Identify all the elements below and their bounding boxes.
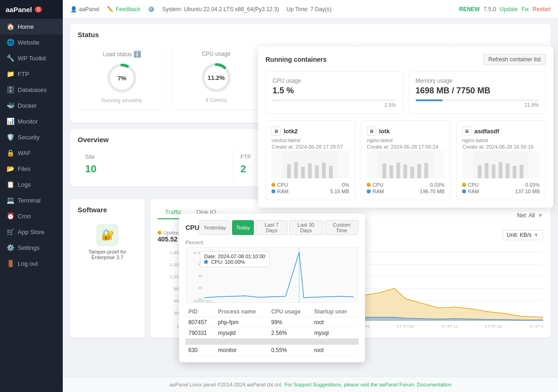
topbar: 👤 aaPanel ✏️ Feedback ⚙️ System: Ubuntu … bbox=[63, 0, 558, 19]
upstream-dot bbox=[158, 231, 161, 235]
svg-text:17:37:01: 17:37:01 bbox=[397, 324, 414, 328]
rc-cpu-pct: 1.5% bbox=[272, 102, 396, 108]
sidebar-label-waf: WAF bbox=[18, 150, 31, 157]
tab-yesterday[interactable]: Yesterday bbox=[199, 220, 231, 235]
terminal-icon: 💻 bbox=[7, 196, 14, 204]
process-1: php-fpm bbox=[215, 317, 268, 328]
sidebar-item-docker[interactable]: 🐳 Docker bbox=[0, 98, 63, 113]
fix-button[interactable]: Fix bbox=[521, 6, 529, 13]
tab-last-7-days[interactable]: Last 7 Days bbox=[256, 220, 287, 235]
wp-toolkit-icon: 🔧 bbox=[7, 54, 14, 62]
refresh-container-button[interactable]: Refresh container list bbox=[483, 54, 546, 65]
feedback-label: Feedback bbox=[116, 6, 140, 13]
footer: aaPanel Linux panel ©2014-2024 aaPanel (… bbox=[63, 377, 558, 392]
sidebar-item-settings[interactable]: ⚙️ Settings bbox=[0, 240, 63, 255]
sidebar-label-monitor: Monitor bbox=[18, 118, 38, 125]
svg-rect-48 bbox=[425, 163, 428, 178]
chevron-down-icon: ▼ bbox=[538, 212, 543, 219]
sidebar-item-logs[interactable]: 📋 Logs bbox=[0, 176, 63, 192]
unit-select-button[interactable]: Unit: KB/s ▼ bbox=[503, 230, 543, 240]
files-icon: 📂 bbox=[7, 165, 14, 172]
sidebar-item-files[interactable]: 📂 Files bbox=[0, 161, 63, 176]
sidebar-item-wp-toolkit[interactable]: 🔧 WP Toolkit bbox=[0, 50, 63, 66]
sidebar-label-settings: Settings bbox=[18, 244, 40, 251]
container-legend-1: CPU 0% RAM 5.15 MB bbox=[272, 182, 349, 194]
sidebar-item-cron[interactable]: ⏰ Cron bbox=[0, 208, 63, 224]
sidebar-label-home: Home bbox=[18, 23, 34, 30]
ram-legend-value-1: 5.15 MB bbox=[330, 189, 349, 194]
sidebar-item-ftp[interactable]: 📁 FTP bbox=[0, 66, 63, 82]
sidebar-item-app-store[interactable]: 🛒 App Store bbox=[0, 224, 63, 240]
cpu-legend-label-3: CPU bbox=[468, 182, 478, 188]
home-icon: 🏠 bbox=[7, 23, 14, 30]
svg-text:40: 40 bbox=[198, 286, 202, 290]
tab-today[interactable]: Today bbox=[232, 220, 254, 235]
tamper-icon: 🔐 bbox=[96, 224, 119, 246]
svg-text:2024-07-08 0...: 2024-07-08 0... bbox=[193, 300, 215, 303]
sidebar-item-home[interactable]: 🏠 Home bbox=[0, 19, 63, 34]
sidebar-item-terminal[interactable]: 💻 Terminal bbox=[0, 192, 63, 208]
container-name-1: lotk2 bbox=[284, 128, 298, 135]
update-button[interactable]: Update bbox=[500, 6, 518, 13]
svg-rect-37 bbox=[308, 163, 312, 178]
cpu-legend-value-1: 0% bbox=[342, 182, 349, 188]
sidebar-item-logout[interactable]: 🚪 Log out bbox=[0, 255, 63, 271]
topbar-user: 👤 aaPanel bbox=[70, 6, 100, 13]
sidebar-label-security: Security bbox=[18, 134, 40, 141]
rc-memory-label: Memory usage bbox=[416, 78, 539, 84]
sidebar-label-website: Website bbox=[18, 39, 40, 46]
user-4: root bbox=[312, 345, 359, 356]
sidebar-label-app-store: App Store bbox=[18, 229, 45, 235]
app-container: aaPanel 0 🏠 Home 🌐 Website 🔧 WP Toolkit … bbox=[0, 0, 558, 392]
container-created-2: Create at: 2024-06-28 17:06:24 bbox=[367, 144, 445, 150]
renew-button[interactable]: RENEW bbox=[459, 6, 480, 13]
cpu-legend-value-3: 0.03% bbox=[525, 182, 540, 188]
rc-memory-bar bbox=[416, 99, 539, 101]
container-name-3: asdfasdf bbox=[474, 128, 499, 135]
unit-selector[interactable]: Unit: KB/s ▼ bbox=[503, 230, 543, 243]
container-image-1: centos:latest bbox=[272, 137, 349, 143]
table-row bbox=[186, 339, 359, 345]
sidebar-item-databases[interactable]: 🗄️ Databases bbox=[0, 82, 63, 98]
rc-cpu-bar bbox=[272, 99, 396, 101]
feedback-link[interactable]: ✏️ Feedback bbox=[107, 6, 140, 13]
svg-rect-34 bbox=[287, 164, 291, 178]
cpu-legend-value-2: 0.03% bbox=[430, 182, 445, 188]
sidebar-item-monitor[interactable]: 📊 Monitor bbox=[0, 113, 63, 129]
svg-rect-54 bbox=[506, 163, 510, 178]
unit-chevron-icon: ▼ bbox=[533, 232, 539, 238]
sidebar-item-security[interactable]: 🛡️ Security bbox=[0, 129, 63, 145]
footer-support-link[interactable]: For Support Suggestions, please visit th… bbox=[285, 382, 414, 387]
tab-last-30-days[interactable]: Last 30 Days bbox=[289, 220, 323, 235]
sidebar-item-waf[interactable]: 🔒 WAF bbox=[0, 145, 63, 161]
feedback-icon: ✏️ bbox=[107, 6, 114, 13]
pid-4: 830 bbox=[186, 345, 215, 356]
cpu-legend-dot-2 bbox=[367, 183, 371, 187]
site-value: 10 bbox=[85, 163, 225, 175]
restart-button[interactable]: Restart bbox=[532, 6, 551, 13]
ram-legend-dot-3 bbox=[462, 189, 466, 193]
svg-rect-36 bbox=[301, 167, 305, 178]
cpu-legend-dot-3 bbox=[462, 183, 466, 187]
svg-text:17:37:11: 17:37:11 bbox=[441, 324, 458, 328]
cron-icon: ⏰ bbox=[7, 212, 14, 220]
version-label: 7.5.0 bbox=[484, 6, 496, 13]
rc-cpu-bar-fill bbox=[272, 99, 274, 101]
tab-custom-time[interactable]: Custom Time bbox=[325, 220, 359, 235]
table-row: 807457 php-fpm 99% root bbox=[186, 317, 359, 328]
legend-ram-3: RAM 137.10 MB bbox=[462, 189, 540, 194]
website-icon: 🌐 bbox=[7, 39, 14, 46]
settings-icon: ⚙️ bbox=[7, 244, 14, 251]
pid-2: 790331 bbox=[186, 328, 215, 339]
svg-rect-55 bbox=[513, 166, 517, 178]
topbar-separator-1: ⚙️ bbox=[148, 6, 155, 13]
footer-docs-link[interactable]: Documentation bbox=[417, 382, 452, 387]
tooltip-cpu-dot bbox=[204, 260, 208, 264]
sidebar-item-website[interactable]: 🌐 Website bbox=[0, 34, 63, 50]
svg-rect-56 bbox=[520, 165, 524, 178]
cpu-legend-label-1: CPU bbox=[277, 182, 288, 188]
container-image-3: nginx:latest bbox=[462, 137, 540, 143]
col-process: Process name bbox=[215, 307, 268, 317]
net-selector: Net: All ▼ bbox=[517, 212, 543, 219]
content-area: Status Load status ℹ️ 7% bbox=[63, 19, 558, 377]
